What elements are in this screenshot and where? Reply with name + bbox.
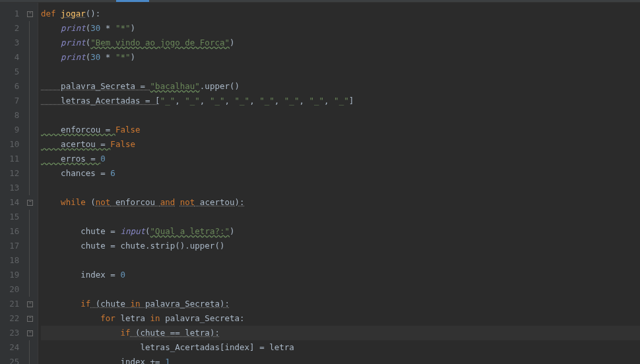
code-line[interactable]: index = 0 — [41, 268, 640, 282]
line-number[interactable]: 15 — [0, 210, 24, 224]
fold-toggle-icon[interactable] — [24, 297, 38, 311]
line-number[interactable]: 25 — [0, 355, 24, 364]
code-line[interactable] — [41, 210, 640, 224]
code-area[interactable]: def jogar(): print(30 * "*") print("Bem … — [38, 3, 640, 364]
line-number[interactable]: 3 — [0, 36, 24, 50]
fold-guide — [24, 181, 38, 195]
fold-guide — [24, 65, 38, 79]
line-number[interactable]: 7 — [0, 94, 24, 108]
code-editor[interactable]: 1 2 3 4 5 6 7 8 9 10 11 12 13 14 15 16 1… — [0, 3, 640, 364]
line-number[interactable]: 20 — [0, 282, 24, 297]
line-number[interactable]: 9 — [0, 123, 24, 137]
code-line[interactable] — [41, 282, 640, 297]
fold-guide — [24, 21, 38, 36]
fold-guide — [24, 340, 38, 355]
code-line[interactable] — [41, 181, 640, 195]
code-line[interactable]: palavra_Secreta = "bacalhau".upper() — [41, 79, 640, 94]
code-line[interactable] — [41, 65, 640, 79]
fold-guide — [24, 268, 38, 282]
code-line[interactable]: chances = 6 — [41, 166, 640, 181]
code-line[interactable]: index += 1 — [41, 355, 640, 364]
fold-guide — [24, 152, 38, 166]
line-number[interactable]: 19 — [0, 268, 24, 282]
fold-toggle-icon[interactable] — [24, 195, 38, 210]
fold-guide — [24, 94, 38, 108]
code-line[interactable]: chute = input("Qual a letra?:") — [41, 224, 640, 239]
code-line[interactable]: acertou = False — [41, 137, 640, 152]
line-number[interactable]: 24 — [0, 340, 24, 355]
active-tab-indicator — [116, 0, 149, 2]
code-line[interactable]: letras_Acertadas = ["_", "_", "_", "_", … — [41, 94, 640, 108]
code-line[interactable]: chute = chute.strip().upper() — [41, 239, 640, 253]
line-number[interactable]: 18 — [0, 253, 24, 268]
fold-guide — [24, 253, 38, 268]
fold-toggle-icon[interactable] — [24, 311, 38, 326]
code-line[interactable]: print("Bem vindo ao jogo de Forca") — [41, 36, 640, 50]
line-number[interactable]: 4 — [0, 50, 24, 65]
line-number[interactable]: 17 — [0, 239, 24, 253]
code-line[interactable]: erros = 0 — [41, 152, 640, 166]
code-line[interactable]: for letra in palavra_Secreta: — [41, 311, 640, 326]
code-line-current[interactable]: if (chute == letra): — [41, 326, 640, 340]
fold-guide — [24, 166, 38, 181]
line-number[interactable]: 23 — [0, 326, 24, 340]
fold-toggle-icon[interactable] — [24, 326, 38, 340]
line-number[interactable]: 5 — [0, 65, 24, 79]
line-number[interactable]: 21 — [0, 297, 24, 311]
fold-guide — [24, 123, 38, 137]
fold-guide — [24, 108, 38, 123]
code-line[interactable]: def jogar(): — [41, 7, 640, 21]
line-numbers-column: 1 2 3 4 5 6 7 8 9 10 11 12 13 14 15 16 1… — [0, 7, 24, 364]
fold-toggle-icon[interactable] — [24, 7, 38, 21]
line-number[interactable]: 1 — [0, 7, 24, 21]
fold-column — [24, 7, 38, 364]
line-number[interactable]: 16 — [0, 224, 24, 239]
fold-guide — [24, 355, 38, 364]
line-number[interactable]: 6 — [0, 79, 24, 94]
line-number[interactable]: 13 — [0, 181, 24, 195]
code-line[interactable]: enforcou = False — [41, 123, 640, 137]
code-line[interactable] — [41, 253, 640, 268]
line-number[interactable]: 11 — [0, 152, 24, 166]
fold-guide — [24, 79, 38, 94]
line-number[interactable]: 12 — [0, 166, 24, 181]
code-line[interactable]: print(30 * "*") — [41, 21, 640, 36]
code-line[interactable] — [41, 108, 640, 123]
code-line[interactable]: while (not enforcou and not acertou): — [41, 195, 640, 210]
line-number[interactable]: 22 — [0, 311, 24, 326]
fold-guide — [24, 224, 38, 239]
fold-guide — [24, 282, 38, 297]
fold-guide — [24, 36, 38, 50]
fold-guide — [24, 210, 38, 224]
line-number[interactable]: 14 — [0, 195, 24, 210]
fold-guide — [24, 50, 38, 65]
line-number[interactable]: 8 — [0, 108, 24, 123]
fold-guide — [24, 239, 38, 253]
fold-guide — [24, 137, 38, 152]
code-line[interactable]: if (chute in palavra_Secreta): — [41, 297, 640, 311]
code-line[interactable]: letras_Acertadas[index] = letra — [41, 340, 640, 355]
code-line[interactable]: print(30 * "*") — [41, 50, 640, 65]
line-number[interactable]: 2 — [0, 21, 24, 36]
line-number[interactable]: 10 — [0, 137, 24, 152]
gutter: 1 2 3 4 5 6 7 8 9 10 11 12 13 14 15 16 1… — [0, 3, 38, 364]
